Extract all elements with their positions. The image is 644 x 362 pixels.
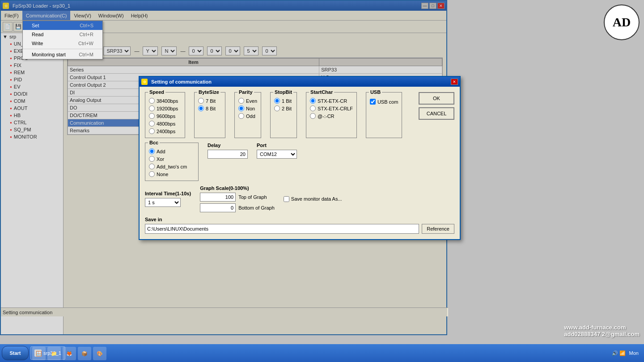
graph-scale-label: Graph Scale(0-100%) [200, 185, 275, 191]
bcc-none[interactable]: None [149, 171, 195, 177]
bytesize-7bit[interactable]: 7 Bit [198, 98, 221, 104]
startchar-label: StartChar [309, 89, 334, 95]
stopbit-radio-group: 1 Bit 2 Bit [274, 98, 293, 111]
graph-bottom-row: Bottom of Graph [200, 203, 275, 212]
port-group: Port COM12 [257, 143, 297, 159]
startchar-stx-etx-cr[interactable]: STX-ETX-CR [310, 98, 353, 104]
setting-communication-dialog: ⚙ Setting of communication ✕ Speed 38400… [139, 76, 461, 240]
usb-checkbox-label[interactable]: USB com [370, 99, 398, 105]
start-button[interactable]: Start [2, 346, 29, 360]
taskbar-icon-loader[interactable]: 📦 [78, 347, 91, 360]
delay-input[interactable] [208, 150, 248, 159]
save-in-path-row: Reference [145, 224, 454, 234]
port-label: Port [257, 143, 297, 148]
speed-4800[interactable]: 4800bps [149, 121, 181, 126]
path-input[interactable] [145, 224, 419, 234]
bcc-xor[interactable]: Xor [149, 156, 195, 162]
interval-group: Interval Time(1-10s) 1 s [145, 191, 191, 207]
bcc-add[interactable]: Add [149, 148, 195, 154]
bcc-group: Bcc Add Xor Add_two's cm None [145, 143, 199, 181]
bytesize-8bit[interactable]: 8 Bit [198, 105, 221, 111]
speed-19200[interactable]: 19200bps [149, 105, 181, 111]
dialog-icon: ⚙ [141, 79, 148, 85]
graph-top-row: Top of Graph [200, 193, 275, 202]
graph-bottom-input[interactable] [200, 203, 236, 212]
startchar-group: StartChar STX-ETX-CR STX-ETX-CRLF @-:-CR [306, 92, 357, 138]
dialog-title: Setting of communication [151, 79, 212, 84]
menu-item-read[interactable]: Read Ctrl+R [23, 30, 102, 39]
ad-logo: AD [604, 4, 640, 40]
stopbit-label: StopBit [273, 89, 293, 95]
speed-2400[interactable]: 2400bps [149, 128, 181, 134]
graph-scale-group: Graph Scale(0-100%) Top of Graph Bottom … [200, 185, 275, 212]
bcc-label: Bcc [148, 140, 160, 145]
port-select[interactable]: COM12 [257, 150, 297, 159]
dialog-body: Speed 38400bps 19200bps 9600bps 4800bps [140, 87, 460, 239]
startchar-at[interactable]: @-:-CR [310, 113, 353, 119]
speed-9600[interactable]: 9600bps [149, 113, 181, 119]
bytesize-radio-group: 7 Bit 8 Bit [198, 98, 221, 111]
menu-item-monitoring-start[interactable]: Monitoring start Ctrl+M [23, 50, 102, 59]
save-monitor-label: Save monitor data As... [291, 196, 342, 202]
menu-item-set[interactable]: Set Ctrl+S [23, 21, 102, 30]
bcc-radio-group: Add Xor Add_two's cm None [149, 148, 195, 177]
parity-odd[interactable]: Odd [238, 113, 257, 119]
dialog-close-button[interactable]: ✕ [451, 79, 458, 85]
bytesize-label: ByteSize [197, 89, 220, 95]
interval-graph-row: Interval Time(1-10s) 1 s Graph Scale(0-1… [145, 185, 454, 212]
bcc-add-twos-cm[interactable]: Add_two's cm [149, 164, 195, 169]
taskbar-time: Mon [629, 350, 639, 356]
usb-group: USB USB com [366, 92, 402, 138]
delay-label: Delay [208, 143, 248, 148]
cancel-button[interactable]: CANCEL [419, 107, 454, 120]
website-text: www.add-furnace.com add02888347 2@gmail.… [564, 324, 640, 337]
communication-dropdown: Set Ctrl+S Read Ctrl+R Write Ctrl+W Moni… [22, 21, 103, 59]
usb-checkbox[interactable] [370, 99, 376, 105]
parity-even[interactable]: Even [238, 98, 257, 104]
graph-bottom-label: Bottom of Graph [238, 205, 275, 210]
parity-group: Parity Even Non Odd [234, 92, 261, 138]
ok-button[interactable]: OK [419, 92, 454, 105]
dialog-top-row: Speed 38400bps 19200bps 9600bps 4800bps [145, 92, 454, 138]
taskbar-icon-windows[interactable]: 🪟 [32, 347, 46, 360]
reference-button[interactable]: Reference [422, 224, 454, 234]
speed-radio-group: 38400bps 19200bps 9600bps 4800bps 2400bp… [149, 98, 181, 134]
taskbar-quick-launch: 🪟 📁 🦊 📦 🎨 [32, 347, 106, 360]
bytesize-group: ByteSize 7 Bit 8 Bit [194, 92, 225, 138]
startchar-radio-group: STX-ETX-CR STX-ETX-CRLF @-:-CR [310, 98, 353, 119]
speed-label: Speed [148, 89, 165, 95]
interval-label: Interval Time(1-10s) [145, 191, 191, 196]
dialog-titlebar: ⚙ Setting of communication ✕ [140, 77, 460, 87]
stopbit-2bit[interactable]: 2 Bit [274, 105, 293, 111]
parity-label: Parity [237, 89, 254, 95]
startchar-stx-etx-crlf[interactable]: STX-ETX-CRLF [310, 105, 353, 111]
menu-item-write[interactable]: Write Ctrl+W [23, 39, 102, 48]
save-in-row: Save in Reference [145, 217, 454, 234]
taskbar-icon-browser[interactable]: 🦊 [63, 347, 76, 360]
save-monitor-checkbox[interactable] [284, 196, 289, 202]
delay-group: Delay [208, 143, 248, 159]
interval-select[interactable]: 1 s [145, 198, 181, 207]
speed-38400[interactable]: 38400bps [149, 98, 181, 104]
dialog-middle-row: Bcc Add Xor Add_two's cm None [145, 143, 454, 181]
stopbit-group: StopBit 1 Bit 2 Bit [270, 92, 297, 138]
taskbar-icon-folder[interactable]: 📁 [47, 347, 61, 360]
taskbar-icon-ps[interactable]: 🎨 [93, 347, 106, 360]
taskbar-right: 🔊 📶 Mon [612, 350, 642, 356]
stopbit-1bit[interactable]: 1 Bit [274, 98, 293, 104]
parity-non[interactable]: Non [238, 105, 257, 111]
speed-group: Speed 38400bps 19200bps 9600bps 4800bps [145, 92, 185, 138]
graph-top-input[interactable] [200, 193, 236, 202]
taskbar-icons: 🔊 📶 [612, 350, 626, 356]
graph-top-label: Top of Graph [238, 194, 267, 200]
dialog-buttons: OK CANCEL [419, 92, 454, 138]
save-in-label: Save in [145, 217, 454, 222]
save-monitor-row: Save monitor data As... [284, 196, 342, 202]
usb-com-label: USB com [377, 99, 398, 105]
parity-radio-group: Even Non Odd [238, 98, 257, 119]
usb-label: USB [369, 89, 382, 95]
